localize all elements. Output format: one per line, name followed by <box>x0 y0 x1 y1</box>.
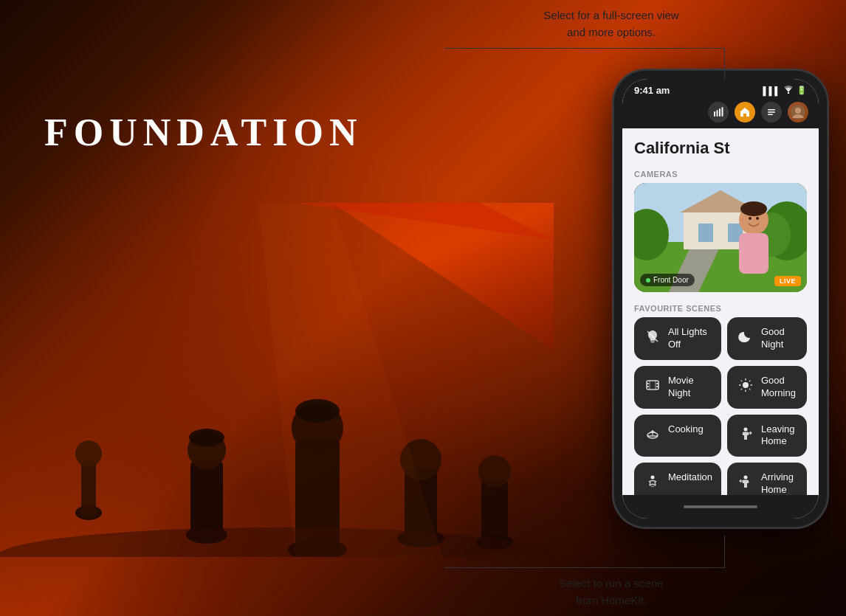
svg-rect-25 <box>722 107 723 117</box>
iphone-notch <box>687 79 754 97</box>
svg-point-30 <box>795 108 801 114</box>
camera-feed: Front Door LIVE <box>634 183 807 292</box>
scenes-section-label: FAVOURITE SCENES <box>622 298 819 317</box>
movie-night-name: Movie Night <box>668 375 712 400</box>
arriving-home-icon <box>736 472 755 491</box>
iphone-screen: 9:41 am ▌▌▌ 🔋 <box>622 79 819 519</box>
good-night-name: Good Night <box>761 326 798 351</box>
camera-label: Front Door <box>640 274 695 286</box>
poster-art <box>0 203 554 557</box>
svg-point-18 <box>478 455 511 488</box>
svg-point-4 <box>75 440 102 467</box>
svg-point-19 <box>0 527 554 557</box>
iphone-frame: 9:41 am ▌▌▌ 🔋 <box>613 70 828 527</box>
good-night-icon <box>736 327 755 346</box>
svg-point-42 <box>740 201 767 216</box>
callout-bottom-text: Select to run a scene from HomeKit. <box>560 577 664 606</box>
all-lights-off-name: All Lights Off <box>668 326 712 351</box>
callout-top: Select for a full-screen view and more o… <box>399 7 824 41</box>
status-icons: ▌▌▌ 🔋 <box>763 85 807 96</box>
svg-line-63 <box>749 380 751 381</box>
nav-bar[interactable] <box>622 99 819 128</box>
svg-rect-6 <box>190 461 223 539</box>
good-morning-icon <box>736 376 755 395</box>
bottom-bar <box>622 495 819 519</box>
svg-rect-49 <box>647 381 658 390</box>
menu-button[interactable] <box>761 102 782 122</box>
callout-h-bottom <box>444 567 725 568</box>
all-lights-off-icon <box>643 327 662 346</box>
svg-point-68 <box>743 427 747 431</box>
home-location-title: California St <box>622 128 819 164</box>
svg-rect-17 <box>481 480 508 546</box>
svg-point-44 <box>749 217 752 220</box>
camera-active-dot <box>646 278 650 283</box>
svg-rect-47 <box>651 342 655 343</box>
callout-bottom: Select to run a scene from HomeKit. <box>399 575 824 609</box>
meditation-icon <box>643 472 662 491</box>
callout-top-text: Select for a full-screen view and more o… <box>543 9 678 38</box>
svg-rect-27 <box>768 111 775 113</box>
leaving-home-name: Leaving Home <box>761 423 798 449</box>
scene-good-night[interactable]: Good Night <box>727 317 807 360</box>
svg-line-64 <box>740 388 742 390</box>
leaving-home-icon <box>736 424 755 443</box>
cooking-icon <box>643 424 662 443</box>
svg-rect-55 <box>656 386 658 387</box>
svg-rect-22 <box>714 111 715 117</box>
arriving-home-name: Arriving Home <box>761 471 798 495</box>
home-content: California St CAMERAS <box>622 128 819 495</box>
status-time: 9:41 am <box>634 85 670 96</box>
wifi-status-icon <box>783 85 794 96</box>
svg-point-8 <box>189 429 224 446</box>
scene-meditation[interactable]: Meditation <box>634 463 721 495</box>
movie-night-icon <box>643 376 662 395</box>
signal-icon: ▌▌▌ <box>763 86 780 95</box>
scene-good-morning[interactable]: Good Morning <box>727 366 807 409</box>
scene-arriving-home[interactable]: Arriving Home <box>727 463 807 495</box>
svg-point-71 <box>743 476 747 480</box>
battery-icon: 🔋 <box>797 86 807 95</box>
profile-button[interactable] <box>788 102 808 122</box>
svg-point-45 <box>756 217 759 220</box>
svg-rect-54 <box>647 386 649 387</box>
svg-rect-53 <box>656 383 658 384</box>
svg-point-21 <box>788 92 789 94</box>
scene-movie-night[interactable]: Movie Night <box>634 366 721 409</box>
svg-rect-26 <box>768 109 775 111</box>
svg-rect-3 <box>81 461 96 516</box>
movie-title: FOUNDATION <box>44 111 362 154</box>
svg-rect-43 <box>739 233 768 274</box>
svg-line-61 <box>740 380 742 381</box>
svg-line-62 <box>749 388 751 390</box>
camera-card[interactable]: Front Door LIVE <box>634 183 807 292</box>
scenes-grid: All Lights Off Good Night <box>622 317 819 495</box>
svg-rect-46 <box>650 340 656 342</box>
cameras-section-label: CAMERAS <box>622 164 819 183</box>
scene-all-lights-off[interactable]: All Lights Off <box>634 317 721 360</box>
home-button[interactable] <box>735 102 755 122</box>
svg-point-56 <box>743 382 749 388</box>
svg-rect-28 <box>768 114 773 116</box>
network-button[interactable] <box>708 102 729 122</box>
callout-line-bottom <box>724 536 725 568</box>
cooking-name: Cooking <box>668 423 704 436</box>
svg-rect-39 <box>698 224 713 242</box>
home-indicator <box>684 505 757 508</box>
svg-point-70 <box>651 476 655 480</box>
callout-h-top <box>444 48 725 49</box>
svg-rect-66 <box>647 435 658 437</box>
svg-rect-24 <box>719 108 721 117</box>
scene-leaving-home[interactable]: Leaving Home <box>727 415 807 457</box>
scene-cooking[interactable]: Cooking <box>634 415 721 457</box>
callout-line-top <box>724 48 725 80</box>
svg-rect-52 <box>647 383 649 384</box>
meditation-name: Meditation <box>668 471 712 484</box>
good-morning-name: Good Morning <box>761 375 798 400</box>
svg-rect-23 <box>717 110 718 117</box>
live-badge: LIVE <box>774 276 801 286</box>
